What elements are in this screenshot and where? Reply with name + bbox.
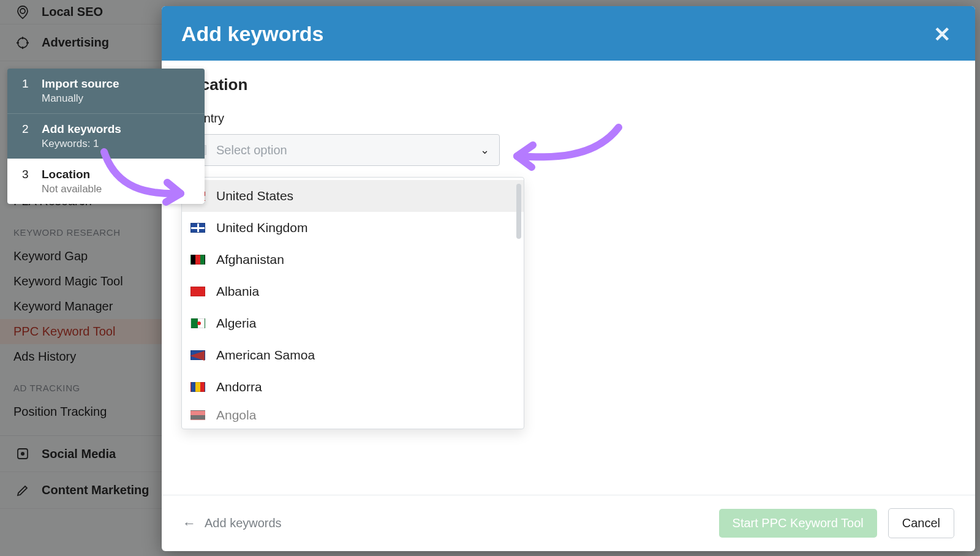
flag-icon [190,287,205,296]
country-option-label: Afghanistan [216,252,284,267]
step-subtitle: Not available [42,183,102,195]
flag-icon [190,255,205,265]
modal-footer: ← Add keywords Start PPC Keyword Tool Ca… [162,495,975,551]
step-number: 2 [22,122,31,150]
dropdown-scrollbar[interactable] [516,184,521,239]
country-option-label: Andorra [216,380,262,394]
country-option-label: Algeria [216,316,256,331]
country-option[interactable]: Albania [182,276,524,307]
country-option-label: American Samoa [216,348,315,363]
step-title: Import source [42,77,119,91]
wizard-step-2[interactable]: 2 Add keywords Keywords: 1 [7,113,205,159]
country-select-placeholder: Select option [216,143,470,157]
country-option-label: United States [216,189,293,203]
country-option[interactable]: Andorra [182,371,524,403]
step-subtitle: Manually [42,92,119,105]
flag-icon [190,223,205,233]
step-title: Add keywords [42,122,121,136]
wizard-steps-panel: 1 Import source Manually 2 Add keywords … [7,69,205,204]
add-keywords-modal: Add keywords ✕ Location Country Select o… [162,6,975,551]
flag-icon [190,410,205,420]
modal-header: Add keywords ✕ [162,6,975,61]
country-option-label: Albania [216,284,259,299]
arrow-left-icon: ← [183,516,196,532]
back-label: Add keywords [205,516,282,530]
wizard-step-1[interactable]: 1 Import source Manually [7,69,205,113]
country-select[interactable]: Select option ⌄ [181,134,500,166]
country-option[interactable]: United States [182,180,524,212]
country-option-label: United Kingdom [216,220,307,235]
country-option[interactable]: Angola [182,403,524,426]
step-number: 1 [22,77,31,105]
country-option[interactable]: Afghanistan [182,244,524,276]
cancel-button[interactable]: Cancel [888,508,954,538]
wizard-step-3[interactable]: 3 Location Not available [7,159,205,204]
flag-icon [190,382,205,392]
country-option[interactable]: American Samoa [182,339,524,371]
start-ppc-keyword-tool-button[interactable]: Start PPC Keyword Tool [719,509,877,538]
country-dropdown: United StatesUnited KingdomAfghanistanAl… [181,177,524,429]
country-option[interactable]: United Kingdom [182,212,524,244]
flag-icon [190,318,205,328]
modal-title: Add keywords [181,22,323,46]
step-title: Location [42,168,102,181]
close-icon[interactable]: ✕ [933,24,951,45]
step-number: 3 [22,168,31,195]
flag-icon [190,350,205,360]
section-title-location: Location [181,75,956,94]
back-to-add-keywords[interactable]: ← Add keywords [183,516,282,532]
country-label: Country [181,111,956,126]
country-option-label: Angola [216,408,256,423]
modal-body: Location Country Select option ⌄ United … [162,61,975,495]
step-subtitle: Keywords: 1 [42,138,121,150]
chevron-down-icon: ⌄ [480,143,489,157]
country-option[interactable]: Algeria [182,307,524,339]
